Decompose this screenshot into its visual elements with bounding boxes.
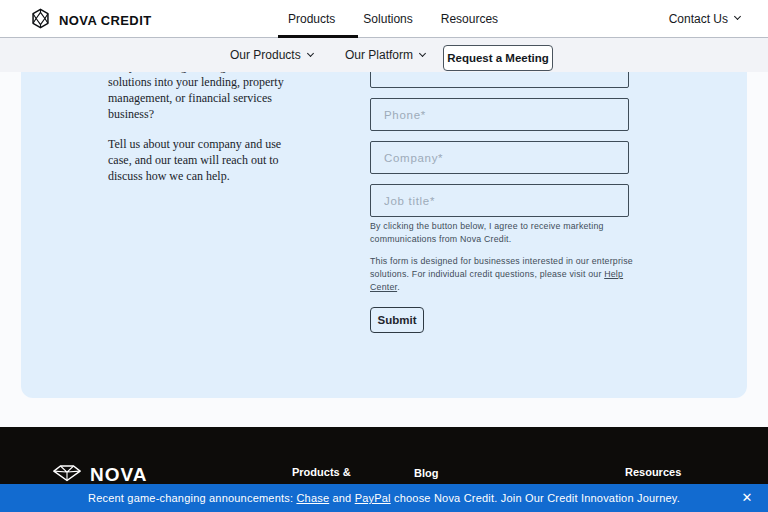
chevron-down-icon bbox=[307, 49, 314, 56]
brand-name: NOVA CREDIT bbox=[59, 13, 152, 28]
note-suffix: . bbox=[397, 282, 400, 292]
nova-credit-gem-icon bbox=[30, 8, 51, 33]
request-meeting-button[interactable]: Request a Meeting bbox=[443, 45, 553, 71]
our-platform-menu[interactable]: Our Platform bbox=[345, 38, 425, 72]
intro-text: Are you looking to integrate oursolution… bbox=[108, 58, 303, 184]
nav-item-solutions[interactable]: Solutions bbox=[363, 12, 412, 26]
nova-credit-gem-icon bbox=[52, 464, 82, 486]
job-title-field[interactable] bbox=[370, 184, 629, 217]
announcement-text: Recent game-changing announcements: Chas… bbox=[88, 492, 680, 504]
chase-link[interactable]: Chase bbox=[296, 492, 329, 504]
footer-column-products[interactable]: Products & bbox=[292, 466, 351, 478]
intro-paragraph-2: Tell us about your company and usecase, … bbox=[108, 136, 303, 184]
footer-column-blog[interactable]: Blog bbox=[414, 467, 438, 479]
paypal-link[interactable]: PayPal bbox=[355, 492, 391, 504]
announcement-banner: Recent game-changing announcements: Chas… bbox=[0, 484, 768, 512]
submit-button[interactable]: Submit bbox=[370, 307, 424, 333]
nav-item-products[interactable]: Products bbox=[288, 12, 335, 26]
note-prefix: This form is designed for businesses int… bbox=[370, 256, 633, 279]
our-products-label: Our Products bbox=[230, 48, 301, 62]
announcement-middle: and bbox=[329, 492, 354, 504]
our-platform-label: Our Platform bbox=[345, 48, 413, 62]
primary-nav-links: Products Solutions Resources bbox=[288, 0, 498, 37]
chevron-down-icon bbox=[419, 49, 426, 56]
company-field[interactable] bbox=[370, 141, 629, 174]
announcement-prefix: Recent game-changing announcements: bbox=[88, 492, 296, 504]
phone-field[interactable] bbox=[370, 98, 629, 131]
contact-us-menu[interactable]: Contact Us bbox=[669, 0, 740, 37]
secondary-navigation: Our Products Our Platform Request a Meet… bbox=[0, 38, 768, 72]
header-logo[interactable]: NOVA CREDIT bbox=[30, 8, 152, 33]
enterprise-note-text: This form is designed for businesses int… bbox=[370, 255, 638, 294]
nav-item-resources[interactable]: Resources bbox=[441, 12, 498, 26]
announcement-suffix: choose Nova Credit. Join Our Credit Inno… bbox=[391, 492, 680, 504]
page: Are you looking to integrate oursolution… bbox=[0, 0, 768, 512]
contact-us-label: Contact Us bbox=[669, 12, 728, 26]
close-icon[interactable]: ✕ bbox=[739, 490, 755, 506]
marketing-consent-text: By clicking the button below, I agree to… bbox=[370, 220, 632, 246]
our-products-menu[interactable]: Our Products bbox=[230, 38, 313, 72]
footer-column-resources[interactable]: Resources bbox=[625, 466, 681, 478]
footer-logo: NOVA bbox=[52, 464, 147, 486]
footer-brand-name: NOVA bbox=[90, 464, 147, 486]
chevron-down-icon bbox=[734, 13, 741, 20]
top-navigation: NOVA CREDIT Products Solutions Resources… bbox=[0, 0, 768, 38]
